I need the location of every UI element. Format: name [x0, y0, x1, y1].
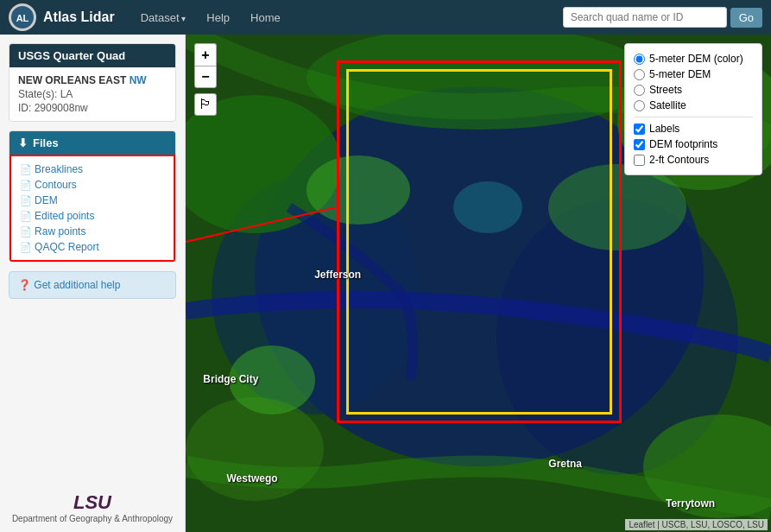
search-button[interactable]: Go	[730, 8, 762, 28]
info-card-header: USGS Quarter Quad	[9, 44, 175, 67]
files-header-label: Files	[33, 136, 59, 149]
file-breaklines[interactable]: Breaklines	[20, 162, 165, 177]
brand-title: Atlas Lidar	[43, 10, 115, 25]
file-contours[interactable]: Contours	[20, 177, 165, 193]
file-qaqc-report[interactable]: QAQC Report	[20, 239, 165, 255]
contours-checkbox[interactable]	[634, 155, 645, 166]
place-name-text: NEW ORLEANS EAST	[18, 74, 126, 86]
place-link[interactable]: NW	[130, 74, 147, 86]
lsu-dept: Department of Geography & Anthropology	[9, 514, 176, 523]
file-dem[interactable]: DEM	[20, 193, 165, 208]
basemap-dem-color-label: 5-meter DEM (color)	[649, 53, 743, 65]
basemap-streets-label: Streets	[649, 84, 682, 96]
overlay-dem-footprints[interactable]: DEM footprints	[634, 136, 753, 152]
id-label: ID: 2909008nw	[18, 102, 167, 114]
sidebar: USGS Quarter Quad NEW ORLEANS EAST NW St…	[0, 35, 186, 532]
louisiana-flag[interactable]: 🏳	[194, 93, 217, 116]
labels-checkbox[interactable]	[634, 124, 645, 135]
svg-text:AL: AL	[16, 13, 29, 23]
nav-dataset[interactable]: Dataset	[132, 6, 195, 29]
basemap-streets-radio[interactable]	[634, 85, 645, 96]
dem-footprints-checkbox[interactable]	[634, 139, 645, 150]
search-input[interactable]	[563, 7, 727, 28]
help-card[interactable]: ❓ Get additional help	[9, 271, 176, 299]
dem-footprints-label: DEM footprints	[649, 138, 717, 150]
basemap-dem-label: 5-meter DEM	[649, 68, 711, 80]
download-icon: ⬇	[18, 136, 28, 149]
zoom-out-button[interactable]: −	[194, 66, 217, 88]
layer-dem-color[interactable]: 5-meter DEM (color)	[634, 51, 753, 66]
search-area: Go	[563, 7, 762, 28]
file-raw-points[interactable]: Raw points	[20, 224, 165, 239]
basemap-satellite-label: Satellite	[649, 99, 686, 111]
help-label: Get additional help	[34, 279, 120, 291]
zoom-in-button[interactable]: +	[194, 43, 217, 66]
file-edited-points[interactable]: Edited points	[20, 208, 165, 224]
brand: AL Atlas Lidar	[9, 3, 115, 31]
place-name: NEW ORLEANS EAST NW	[18, 74, 167, 86]
lsu-logo: LSU	[9, 491, 176, 514]
basemap-satellite-radio[interactable]	[634, 100, 645, 111]
overlay-contours[interactable]: 2-ft Contours	[634, 152, 753, 168]
layer-satellite[interactable]: Satellite	[634, 98, 753, 113]
nav-home[interactable]: Home	[242, 6, 289, 29]
navbar: AL Atlas Lidar Dataset Help Home Go	[0, 0, 771, 35]
files-header: ⬇ Files	[9, 131, 175, 155]
layer-streets[interactable]: Streets	[634, 82, 753, 98]
brand-icon: AL	[9, 3, 36, 31]
labels-label: Labels	[649, 123, 679, 135]
lsu-footer: LSU Department of Geography & Anthropolo…	[9, 483, 176, 523]
main-nav: Dataset Help Home	[132, 6, 289, 29]
overlay-labels[interactable]: Labels	[634, 121, 753, 136]
content: USGS Quarter Quad NEW ORLEANS EAST NW St…	[0, 35, 771, 532]
map-attribution: Leaflet | USCB, LSU, LOSCO, LSU	[625, 519, 768, 530]
attribution-text: Leaflet | USCB, LSU, LOSCO, LSU	[629, 520, 764, 529]
layer-control: 5-meter DEM (color) 5-meter DEM Streets …	[624, 43, 762, 175]
files-card: ⬇ Files Breaklines Contours DEM Edited p…	[9, 130, 176, 263]
map-controls: + − 🏳	[194, 43, 217, 116]
layer-separator	[634, 117, 753, 117]
contours-label: 2-ft Contours	[649, 154, 709, 166]
basemap-dem-color-radio[interactable]	[634, 54, 645, 65]
files-list: Breaklines Contours DEM Edited points Ra…	[9, 155, 175, 262]
info-card: USGS Quarter Quad NEW ORLEANS EAST NW St…	[9, 43, 176, 122]
help-icon: ❓	[18, 279, 34, 291]
state-label: State(s): LA	[18, 88, 167, 100]
map[interactable]: + − 🏳 5-meter DEM (color) 5-meter DEM St…	[186, 35, 771, 532]
layer-dem[interactable]: 5-meter DEM	[634, 66, 753, 82]
basemap-dem-radio[interactable]	[634, 69, 645, 80]
nav-help[interactable]: Help	[198, 6, 238, 29]
info-card-body: NEW ORLEANS EAST NW State(s): LA ID: 290…	[9, 67, 175, 121]
